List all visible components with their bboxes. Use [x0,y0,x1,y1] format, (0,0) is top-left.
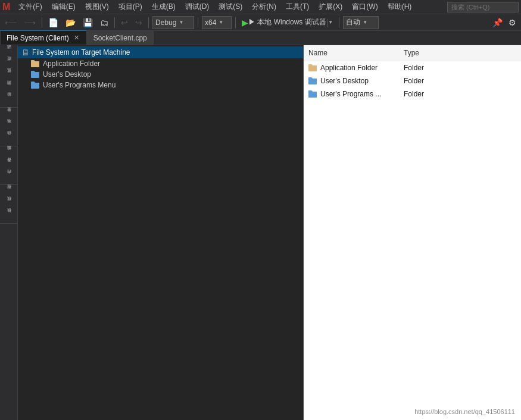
toolbar-sep-6 [339,17,339,28]
sidebar-section-4: 进程 线程 模块 [0,185,17,224]
pin-button[interactable]: 📌 [490,17,505,29]
tree-item-label-1: User's Desktop [43,70,91,79]
tree-root-label: File System on Target Machine [32,48,130,57]
tabs-bar: File System (Client) ✕ SocketClient.cpp [0,31,521,45]
sidebar-item-auto[interactable]: 自动 [0,133,17,145]
platform-label: x64 [205,18,216,27]
tab-socket-client-label: SocketClient.cpp [93,34,147,42]
new-project-button[interactable]: 📄 [46,17,61,29]
file-list-cell-type-2: Folder [399,89,470,99]
main-area: 调试 断点 监视 调用 输出 变量 本地 自动 反汇编 寄存器 内存 进程 线程… [0,45,521,420]
folder-icon-1 [31,71,40,78]
back-button[interactable]: ⟵ [2,17,19,29]
menu-items-container: 文件(F) 编辑(E) 视图(V) 项目(P) 生成(B) 调试(D) 测试(S… [14,1,416,13]
file-list-header: Name Type [304,45,521,61]
menu-edit[interactable]: 编辑(E) [47,1,80,13]
more-button[interactable]: ⚙ [506,17,519,29]
sidebar-item-breakpoints[interactable]: 断点 [0,58,17,70]
forward-button[interactable]: ⟶ [21,17,38,29]
sidebar-item-watch[interactable]: 监视 [0,70,17,82]
tab-file-system-close[interactable]: ✕ [73,34,80,42]
file-list-row-2[interactable]: User's Programs ... Folder [304,87,521,101]
platform-dropdown[interactable]: x64 ▼ [202,16,232,29]
sidebar-section-2: 变量 本地 自动 [0,108,17,146]
menu-file[interactable]: 文件(F) [14,1,46,13]
file-list-cell-name-1: User's Desktop [304,76,399,86]
col-header-name: Name [304,48,399,58]
debug-config-label: Debug [155,18,176,27]
file-list-cell-name-2: User's Programs ... [304,89,399,99]
open-button[interactable]: 📂 [63,17,78,29]
sidebar-item-modules[interactable]: 模块 [0,210,17,222]
tab-file-system[interactable]: File System (Client) ✕ [0,30,87,45]
run-label: ▶ 本地 Windows 调试器 [248,17,326,27]
sidebar-item-threads[interactable]: 线程 [0,198,17,210]
left-panel: 🖥 File System on Target Machine Applicat… [18,45,304,420]
toolbar-sep-4 [198,17,198,28]
computer-icon: 🖥 [21,48,30,57]
toolbar: ⟵ ⟶ 📄 📂 💾 🗂 ↩ ↪ Debug ▼ x64 ▼ ▶ ▶ 本地 Win… [0,14,521,31]
toolbar-sep-3 [148,17,149,28]
file-list-cell-type-0: Folder [399,63,470,73]
tree-item-1[interactable]: User's Desktop [18,69,303,80]
sidebar-item-process[interactable]: 进程 [0,186,17,198]
tree-item-2[interactable]: User's Programs Menu [18,80,303,90]
col-header-type: Type [399,48,470,58]
auto-arrow: ▼ [363,20,367,25]
folder-icon-0 [31,60,40,67]
file-list-body: Application Folder Folder User's Desktop… [304,61,521,420]
menu-window[interactable]: 窗口(W) [347,1,382,13]
tree-root[interactable]: 🖥 File System on Target Machine [18,46,303,58]
list-folder-icon-2 [308,90,318,98]
menu-test[interactable]: 测试(S) [214,1,247,13]
sidebar-item-output[interactable]: 输出 [0,94,17,106]
file-list-name-0: Application Folder [320,64,378,72]
auto-dropdown[interactable]: 自动 ▼ [343,16,379,29]
menu-project[interactable]: 项目(P) [114,1,147,13]
tree-item-0[interactable]: Application Folder [18,58,303,69]
tree-item-label-2: User's Programs Menu [43,81,116,89]
list-folder-icon-1 [308,77,318,84]
sidebar-item-registers[interactable]: 寄存器 [0,159,17,171]
tab-socket-client[interactable]: SocketClient.cpp [87,30,154,45]
menu-debug[interactable]: 调试(D) [180,1,214,13]
auto-label-text: 自动 [346,17,360,27]
sidebar-item-callstack[interactable]: 调用 [0,82,17,94]
menu-extensions[interactable]: 扩展(X) [314,1,347,13]
folder-icon-2 [31,82,40,89]
file-list-name-2: User's Programs ... [320,90,381,98]
menu-analyze[interactable]: 分析(N) [247,1,281,13]
file-list-row-0[interactable]: Application Folder Folder [304,61,521,74]
redo-button[interactable]: ↪ [133,17,145,29]
sidebar-item-variables[interactable]: 变量 [0,109,17,121]
search-input[interactable] [447,2,519,12]
menu-tools[interactable]: 工具(T) [281,1,314,13]
sidebar-item-memory[interactable]: 内存 [0,171,17,183]
sidebar-item-disassembly[interactable]: 反汇编 [0,148,17,159]
run-button[interactable]: ▶ ▶ 本地 Windows 调试器 | ▼ [239,16,335,29]
menu-view[interactable]: 视图(V) [80,1,114,13]
watermark: https://blog.csdn.net/qq_41506111 [414,408,515,415]
save-button[interactable]: 💾 [80,17,95,29]
sidebar-item-debug[interactable]: 调试 [0,46,17,58]
file-tree: 🖥 File System on Target Machine Applicat… [18,45,303,420]
debug-config-arrow: ▼ [179,20,183,25]
sidebar-section-3: 反汇编 寄存器 内存 [0,146,17,185]
vs-logo: M [2,2,10,12]
menu-help[interactable]: 帮助(H) [383,1,417,13]
save-all-button[interactable]: 🗂 [98,17,111,29]
debug-config-dropdown[interactable]: Debug ▼ [152,16,194,29]
list-folder-icon-0 [308,64,318,71]
undo-button[interactable]: ↩ [118,17,130,29]
right-toolbar: 📌 ⚙ [490,17,519,29]
file-list-cell-type-1: Folder [399,76,470,86]
run-icon: ▶ [242,18,248,27]
platform-arrow: ▼ [219,20,223,25]
file-list-name-1: User's Desktop [320,77,369,85]
file-list-row-1[interactable]: User's Desktop Folder [304,74,521,87]
sidebar-item-locals[interactable]: 本地 [0,121,17,133]
tree-item-label-0: Application Folder [43,59,100,68]
menu-build[interactable]: 生成(B) [147,1,180,13]
sidebar-section-1: 调试 断点 监视 调用 输出 [0,45,17,108]
toolbar-sep-1 [42,17,42,28]
